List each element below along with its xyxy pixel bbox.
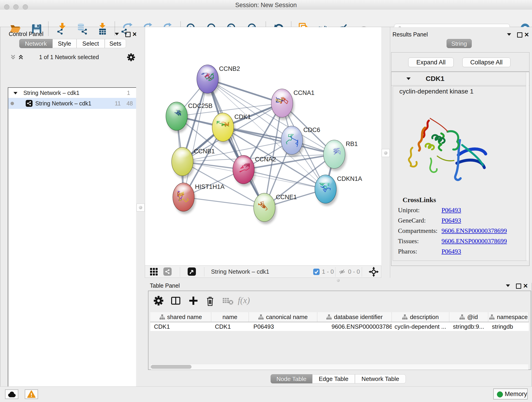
- hidden-node-edge-counts: 0 - 0: [348, 266, 360, 278]
- table-cell[interactable]: CDK1: [150, 322, 211, 331]
- network-node-ccnb1[interactable]: [172, 147, 195, 178]
- tab-node-table[interactable]: Node Table: [271, 374, 312, 383]
- warning-status-button[interactable]: [25, 389, 38, 399]
- node-table-header: shared namenamecanonical namedatabase id…: [150, 312, 529, 322]
- memory-ok-dot: [497, 391, 503, 397]
- column-header-description[interactable]: description: [392, 312, 449, 322]
- add-column-icon[interactable]: [188, 296, 198, 306]
- delete-table-icon-disabled: [222, 296, 234, 306]
- separator: [362, 267, 362, 277]
- left-splitter[interactable]: [136, 27, 145, 386]
- control-panel-float-icon[interactable]: [125, 32, 131, 37]
- table-cell[interactable]: stringdb:9...: [449, 322, 488, 331]
- crosslink-label: Pharos:: [398, 248, 417, 255]
- table-cell[interactable]: cyclin-dependent ...: [392, 322, 449, 331]
- control-panel-menu-caret[interactable]: [115, 33, 119, 35]
- control-panel-tabs: NetworkStyleSelectSets: [19, 39, 126, 48]
- node-label-ccna1: CCNA1: [293, 89, 315, 96]
- crosslink-tissues-link[interactable]: 9606.ENSP00000378699: [442, 237, 507, 245]
- open-in-new-window-icon[interactable]: [188, 268, 196, 276]
- node-label-cdk1: CDK1: [234, 114, 251, 120]
- delete-column-trash-icon[interactable]: [205, 296, 215, 306]
- results-panel-title: Results Panel: [393, 31, 428, 38]
- table-cell[interactable]: P06493: [249, 322, 317, 331]
- tab-network[interactable]: Network: [19, 39, 52, 48]
- network-row-selected[interactable]: String Network – cdk1 11 48: [8, 98, 136, 109]
- network-edge[interactable]: [244, 170, 326, 189]
- crosslink-genecard-link[interactable]: P06493: [442, 217, 461, 224]
- table-panel-menu-caret[interactable]: [506, 284, 510, 287]
- network-node-count: 11: [115, 98, 121, 109]
- column-type-icon: [159, 314, 165, 320]
- crosslink-row: Pharos:P06493: [393, 248, 526, 258]
- network-edge[interactable]: [184, 197, 264, 207]
- table-panel-float-icon[interactable]: [516, 283, 521, 289]
- expand-all-button[interactable]: Expand All: [408, 57, 454, 67]
- column-header-canonical-name[interactable]: canonical name: [249, 312, 317, 322]
- crosslink-compartments-link[interactable]: 9606.ENSP00000378699: [442, 227, 507, 235]
- network-badge-icon[interactable]: [163, 268, 172, 276]
- hidden-eye-slash-icon[interactable]: [338, 269, 346, 275]
- network-canvas[interactable]: CCNB2CCNA1CDC25BCDK1CDC6RB1CCNB1CCNA2CDK…: [145, 27, 381, 265]
- tab-sets[interactable]: Sets: [105, 39, 126, 48]
- network-selection-row: 1 of 1 Network selected: [2, 52, 136, 62]
- separator: [180, 267, 180, 277]
- selected-checkbox-icon[interactable]: [313, 269, 320, 275]
- crosslink-row: Compartments:9606.ENSP00000378699: [393, 227, 526, 237]
- collapse-all-button[interactable]: Collapse All: [462, 57, 510, 67]
- network-node-rb1[interactable]: [323, 140, 346, 171]
- column-header--id[interactable]: @id: [449, 312, 488, 322]
- network-node-hist1h1a[interactable]: [173, 183, 196, 214]
- network-node-ccne1[interactable]: [254, 193, 277, 224]
- tab-select[interactable]: Select: [76, 39, 105, 48]
- table-cell[interactable]: stringdb: [488, 322, 529, 331]
- network-node-cdc25b[interactable]: [166, 102, 189, 133]
- show-columns-icon[interactable]: [171, 296, 181, 306]
- table-row[interactable]: CDK1CDK1P064939606.ENSP00000378699cyclin…: [150, 322, 529, 331]
- cloud-status-button[interactable]: [5, 389, 18, 399]
- results-scrollbar[interactable]: [526, 72, 529, 260]
- tab-network-table[interactable]: Network Table: [355, 374, 406, 383]
- section-header-cdk1[interactable]: CDK1: [391, 72, 529, 85]
- grid-view-icon[interactable]: [150, 268, 158, 276]
- network-graph[interactable]: CCNB2CCNA1CDC25BCDK1CDC6RB1CCNB1CCNA2CDK…: [145, 27, 381, 265]
- table-cell[interactable]: 9606.ENSP00000378699: [317, 322, 392, 331]
- selected-node-edge-counts: 1 - 0: [322, 266, 334, 278]
- table-horizontal-scrollbar[interactable]: [151, 364, 528, 370]
- table-scrollbar-handle[interactable]: [151, 365, 191, 369]
- network-node-ccna2[interactable]: [233, 155, 256, 186]
- right-splitter[interactable]: [381, 27, 390, 278]
- table-panel-close-icon[interactable]: ×: [523, 283, 528, 289]
- right-splitter-handle[interactable]: [382, 149, 390, 157]
- tab-style[interactable]: Style: [52, 39, 76, 48]
- network-options-gear-icon[interactable]: [127, 53, 135, 61]
- column-header-namespace[interactable]: namespace: [488, 312, 529, 322]
- crosslink-uniprot-link[interactable]: P06493: [442, 206, 461, 214]
- column-header-name[interactable]: name: [211, 312, 249, 322]
- network-node-ccnb2[interactable]: [197, 65, 220, 96]
- column-label: database identifier: [334, 313, 383, 321]
- memory-status-button[interactable]: Memory: [493, 389, 528, 400]
- section-disclosure-icon[interactable]: [406, 77, 411, 80]
- crosslink-pharos-link[interactable]: P06493: [442, 248, 461, 255]
- function-builder-icon-disabled: f(x): [238, 295, 250, 305]
- tab-edge-table[interactable]: Edge Table: [312, 374, 355, 383]
- network-collection-row[interactable]: String Network – cdk1 1: [8, 88, 136, 98]
- results-panel-close-icon[interactable]: ×: [525, 32, 529, 38]
- results-panel-float-icon[interactable]: [517, 32, 522, 38]
- control-panel: Control Panel × NetworkStyleSelectSets 1…: [2, 27, 136, 384]
- left-splitter-handle[interactable]: [137, 204, 145, 211]
- column-type-icon: [326, 314, 332, 320]
- column-label: namespace: [497, 313, 528, 321]
- column-header-database-identifier[interactable]: database identifier: [317, 312, 392, 322]
- tab-string[interactable]: String: [447, 39, 472, 48]
- collection-disclosure-icon[interactable]: [13, 91, 18, 95]
- window-title: Session: New Session: [0, 2, 532, 9]
- table-options-gear-icon[interactable]: [153, 296, 164, 306]
- table-cell[interactable]: CDK1: [211, 322, 249, 331]
- network-node-cdkn1a[interactable]: [315, 175, 338, 206]
- results-panel-menu-caret[interactable]: [507, 33, 511, 36]
- network-node-cdc6[interactable]: [281, 126, 304, 157]
- pan-crosshair-icon[interactable]: [369, 267, 379, 277]
- column-header-shared-name[interactable]: shared name: [150, 312, 211, 322]
